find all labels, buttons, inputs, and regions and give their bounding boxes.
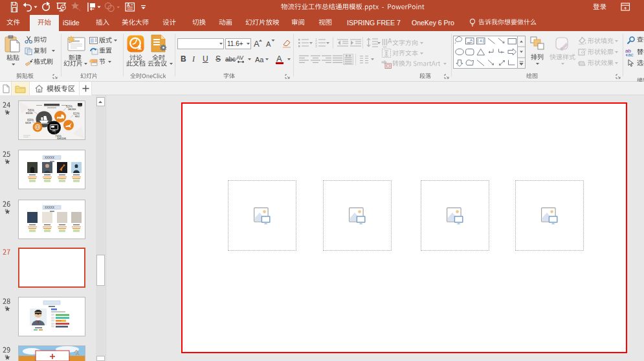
svg-text:MSKJHD: MSKJHD <box>26 112 33 115</box>
svg-text:A: A <box>127 3 130 7</box>
svg-text:69%: 69% <box>27 118 34 122</box>
svg-text:XXX: XXX <box>51 314 54 316</box>
svg-text:XXX: XXX <box>51 325 54 328</box>
svg-text:XHKJSDH: XHKJSDH <box>68 108 76 111</box>
svg-text:XXX: XXX <box>51 320 54 322</box>
svg-text:A: A <box>254 39 260 49</box>
svg-text:61%: 61% <box>73 111 80 115</box>
svg-text:SDKJH: SDKJH <box>25 122 31 124</box>
svg-text:SDHKJDHS: SDHKJDHS <box>57 137 66 139</box>
svg-text:A: A <box>470 38 472 42</box>
svg-text:A: A <box>480 39 482 43</box>
svg-text:AV: AV <box>236 54 243 61</box>
svg-text:HDKJ: HDKJ <box>75 115 80 118</box>
svg-text:A: A <box>266 40 271 48</box>
svg-text:56%: 56% <box>28 108 35 112</box>
svg-text:ac: ac <box>628 52 633 57</box>
svg-text:A: A <box>388 38 392 45</box>
svg-text:XXXXX: XXXXX <box>45 206 54 209</box>
svg-text:XXXXX: XXXXX <box>45 156 54 159</box>
svg-text:63%: 63% <box>66 104 73 108</box>
svg-text:XXX: XXX <box>51 317 54 320</box>
svg-text:XXX: XXX <box>51 323 54 325</box>
svg-text:3: 3 <box>315 44 317 47</box>
